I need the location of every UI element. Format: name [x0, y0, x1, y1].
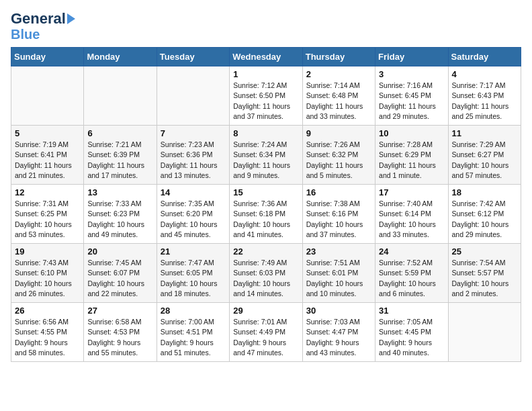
weekday-header-saturday: Saturday [448, 48, 521, 66]
day-number: 9 [306, 128, 371, 138]
day-number: 14 [161, 187, 226, 197]
day-info: Sunrise: 7:12 AM Sunset: 6:50 PM Dayligh… [233, 81, 298, 122]
calendar-cell: 27Sunrise: 6:58 AM Sunset: 4:53 PM Dayli… [84, 303, 157, 362]
day-number: 29 [233, 306, 298, 316]
day-info: Sunrise: 7:38 AM Sunset: 6:16 PM Dayligh… [306, 199, 371, 240]
day-number: 13 [87, 187, 152, 197]
calendar-cell: 7Sunrise: 7:23 AM Sunset: 6:36 PM Daylig… [157, 126, 229, 185]
day-number: 11 [452, 128, 517, 138]
day-info: Sunrise: 7:33 AM Sunset: 6:23 PM Dayligh… [87, 199, 152, 240]
calendar-cell [11, 66, 84, 126]
day-number: 20 [87, 246, 152, 257]
day-info: Sunrise: 7:31 AM Sunset: 6:25 PM Dayligh… [15, 199, 80, 240]
day-info: Sunrise: 7:51 AM Sunset: 6:01 PM Dayligh… [306, 258, 371, 299]
weekday-header-thursday: Thursday [302, 48, 375, 66]
calendar-cell: 1Sunrise: 7:12 AM Sunset: 6:50 PM Daylig… [230, 66, 302, 126]
day-number: 12 [15, 187, 80, 197]
calendar-cell: 6Sunrise: 7:21 AM Sunset: 6:39 PM Daylig… [84, 126, 157, 185]
day-number: 22 [233, 246, 298, 257]
calendar-cell: 10Sunrise: 7:28 AM Sunset: 6:29 PM Dayli… [375, 126, 448, 185]
logo-text-general: General [11, 11, 66, 27]
calendar-cell: 26Sunrise: 6:56 AM Sunset: 4:55 PM Dayli… [11, 303, 84, 362]
day-info: Sunrise: 7:19 AM Sunset: 6:41 PM Dayligh… [15, 140, 80, 181]
day-number: 26 [15, 306, 80, 316]
day-number: 15 [233, 187, 298, 197]
calendar-cell: 28Sunrise: 7:00 AM Sunset: 4:51 PM Dayli… [157, 303, 229, 362]
day-number: 24 [379, 246, 444, 257]
weekday-header-tuesday: Tuesday [157, 48, 229, 66]
day-number: 19 [15, 246, 80, 257]
calendar-cell: 3Sunrise: 7:16 AM Sunset: 6:45 PM Daylig… [375, 66, 448, 126]
day-info: Sunrise: 7:54 AM Sunset: 5:57 PM Dayligh… [452, 258, 517, 299]
calendar-cell [84, 66, 157, 126]
calendar-cell [448, 303, 521, 362]
calendar-week-row: 12Sunrise: 7:31 AM Sunset: 6:25 PM Dayli… [11, 185, 521, 244]
day-info: Sunrise: 7:47 AM Sunset: 6:05 PM Dayligh… [161, 258, 226, 299]
calendar-cell: 5Sunrise: 7:19 AM Sunset: 6:41 PM Daylig… [11, 126, 84, 185]
day-number: 1 [233, 69, 298, 79]
day-info: Sunrise: 7:45 AM Sunset: 6:07 PM Dayligh… [87, 258, 152, 299]
calendar-week-row: 26Sunrise: 6:56 AM Sunset: 4:55 PM Dayli… [11, 303, 521, 362]
day-number: 7 [161, 128, 226, 138]
calendar-cell: 23Sunrise: 7:51 AM Sunset: 6:01 PM Dayli… [302, 244, 375, 303]
calendar-cell: 30Sunrise: 7:03 AM Sunset: 4:47 PM Dayli… [302, 303, 375, 362]
day-info: Sunrise: 7:00 AM Sunset: 4:51 PM Dayligh… [161, 317, 226, 358]
day-info: Sunrise: 7:23 AM Sunset: 6:36 PM Dayligh… [161, 140, 226, 181]
day-number: 25 [452, 246, 517, 257]
day-info: Sunrise: 7:16 AM Sunset: 6:45 PM Dayligh… [379, 81, 444, 122]
day-info: Sunrise: 7:21 AM Sunset: 6:39 PM Dayligh… [87, 140, 152, 181]
calendar-week-row: 1Sunrise: 7:12 AM Sunset: 6:50 PM Daylig… [11, 66, 521, 126]
weekday-header-monday: Monday [84, 48, 157, 66]
day-info: Sunrise: 7:17 AM Sunset: 6:43 PM Dayligh… [452, 81, 517, 122]
day-info: Sunrise: 7:49 AM Sunset: 6:03 PM Dayligh… [233, 258, 298, 299]
day-number: 10 [379, 128, 444, 138]
logo-arrow-icon [67, 13, 75, 24]
calendar-cell: 8Sunrise: 7:24 AM Sunset: 6:34 PM Daylig… [230, 126, 302, 185]
day-number: 2 [306, 69, 371, 79]
day-info: Sunrise: 7:36 AM Sunset: 6:18 PM Dayligh… [233, 199, 298, 240]
calendar-cell: 29Sunrise: 7:01 AM Sunset: 4:49 PM Dayli… [230, 303, 302, 362]
weekday-header-friday: Friday [375, 48, 448, 66]
calendar-cell: 17Sunrise: 7:40 AM Sunset: 6:14 PM Dayli… [375, 185, 448, 244]
calendar-cell: 9Sunrise: 7:26 AM Sunset: 6:32 PM Daylig… [302, 126, 375, 185]
day-info: Sunrise: 7:28 AM Sunset: 6:29 PM Dayligh… [379, 140, 444, 181]
day-info: Sunrise: 7:24 AM Sunset: 6:34 PM Dayligh… [233, 140, 298, 181]
day-number: 27 [87, 306, 152, 316]
calendar-cell: 22Sunrise: 7:49 AM Sunset: 6:03 PM Dayli… [230, 244, 302, 303]
calendar-cell: 25Sunrise: 7:54 AM Sunset: 5:57 PM Dayli… [448, 244, 521, 303]
day-info: Sunrise: 7:43 AM Sunset: 6:10 PM Dayligh… [15, 258, 80, 299]
day-number: 21 [161, 246, 226, 257]
day-info: Sunrise: 7:40 AM Sunset: 6:14 PM Dayligh… [379, 199, 444, 240]
day-info: Sunrise: 7:01 AM Sunset: 4:49 PM Dayligh… [233, 317, 298, 358]
logo-text-blue: Blue [11, 27, 40, 42]
day-number: 3 [379, 69, 444, 79]
calendar-header: General Blue [11, 11, 521, 42]
day-info: Sunrise: 7:29 AM Sunset: 6:27 PM Dayligh… [452, 140, 517, 181]
day-info: Sunrise: 7:05 AM Sunset: 4:45 PM Dayligh… [379, 317, 444, 358]
day-number: 8 [233, 128, 298, 138]
day-info: Sunrise: 7:42 AM Sunset: 6:12 PM Dayligh… [452, 199, 517, 240]
calendar-cell: 13Sunrise: 7:33 AM Sunset: 6:23 PM Dayli… [84, 185, 157, 244]
day-info: Sunrise: 7:14 AM Sunset: 6:48 PM Dayligh… [306, 81, 371, 122]
calendar-cell: 18Sunrise: 7:42 AM Sunset: 6:12 PM Dayli… [448, 185, 521, 244]
day-number: 5 [15, 128, 80, 138]
weekday-header-row: SundayMondayTuesdayWednesdayThursdayFrid… [11, 48, 521, 66]
calendar-cell: 24Sunrise: 7:52 AM Sunset: 5:59 PM Dayli… [375, 244, 448, 303]
calendar-week-row: 5Sunrise: 7:19 AM Sunset: 6:41 PM Daylig… [11, 126, 521, 185]
day-info: Sunrise: 7:03 AM Sunset: 4:47 PM Dayligh… [306, 317, 371, 358]
weekday-header-sunday: Sunday [11, 48, 84, 66]
calendar-cell: 4Sunrise: 7:17 AM Sunset: 6:43 PM Daylig… [448, 66, 521, 126]
day-info: Sunrise: 7:26 AM Sunset: 6:32 PM Dayligh… [306, 140, 371, 181]
calendar-cell: 2Sunrise: 7:14 AM Sunset: 6:48 PM Daylig… [302, 66, 375, 126]
day-info: Sunrise: 6:58 AM Sunset: 4:53 PM Dayligh… [87, 317, 152, 358]
calendar-cell: 19Sunrise: 7:43 AM Sunset: 6:10 PM Dayli… [11, 244, 84, 303]
weekday-header-wednesday: Wednesday [230, 48, 302, 66]
logo: General Blue [11, 11, 75, 42]
day-number: 16 [306, 187, 371, 197]
day-info: Sunrise: 7:35 AM Sunset: 6:20 PM Dayligh… [161, 199, 226, 240]
calendar-cell [157, 66, 229, 126]
calendar-cell: 15Sunrise: 7:36 AM Sunset: 6:18 PM Dayli… [230, 185, 302, 244]
calendar-cell: 11Sunrise: 7:29 AM Sunset: 6:27 PM Dayli… [448, 126, 521, 185]
day-info: Sunrise: 7:52 AM Sunset: 5:59 PM Dayligh… [379, 258, 444, 299]
day-number: 18 [452, 187, 517, 197]
